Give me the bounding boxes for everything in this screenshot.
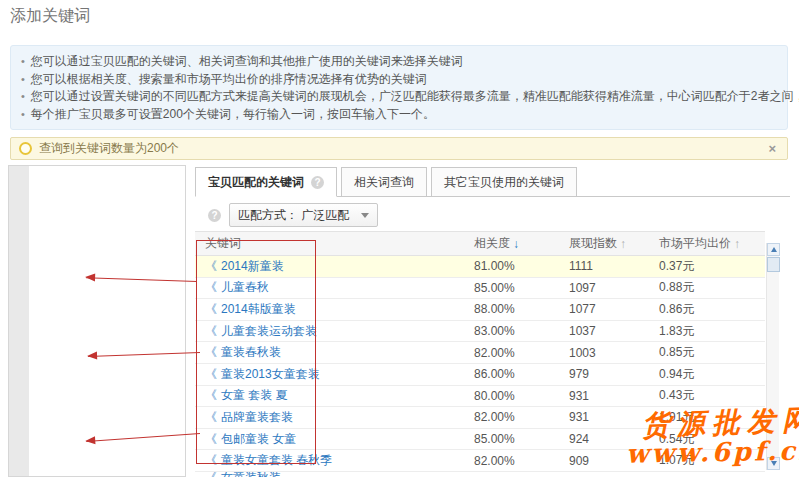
- price-value: 0.43元: [645, 387, 765, 404]
- keyword-link[interactable]: 《品牌童装套装: [205, 410, 293, 424]
- keyword-link[interactable]: 《女童装秋装: [205, 472, 281, 477]
- add-left-icon: 《: [205, 324, 216, 338]
- scroll-down-icon: [771, 461, 777, 466]
- add-left-icon: 《: [205, 302, 216, 316]
- close-icon[interactable]: ×: [765, 142, 779, 155]
- impression-value: 909: [555, 454, 645, 468]
- impression-value: 931: [555, 410, 645, 424]
- relevance-value: 81.00%: [460, 259, 555, 273]
- add-left-icon: 《: [205, 280, 216, 294]
- price-value: 0.54元: [645, 431, 765, 448]
- column-header-impression[interactable]: 展现指数↑: [555, 235, 645, 252]
- notice-bullet: •您可以通过宝贝匹配的关键词、相关词查询和其他推广使用的关键词来选择关键词: [21, 53, 775, 71]
- bullet-dot-icon: •: [21, 55, 25, 67]
- price-value: 1.07元: [645, 452, 765, 469]
- price-value: 0.86元: [645, 301, 765, 318]
- table-row: 《2014韩版童装 88.00% 1077 0.86元: [195, 299, 765, 321]
- notice-bullet: •每个推广宝贝最多可设置200个关键词，每行输入一词，按回车输入下一个。: [21, 106, 775, 124]
- tab-other-items-keywords[interactable]: 其它宝贝使用的关键词: [431, 167, 577, 196]
- scroll-up-icon: [771, 247, 777, 252]
- lightbulb-icon: [19, 142, 32, 155]
- relevance-value: 82.00%: [460, 410, 555, 424]
- help-icon[interactable]: ?: [311, 176, 324, 189]
- arrow-head-icon: [87, 352, 97, 360]
- arrow-head-icon: [85, 436, 96, 445]
- tab-matched-keywords[interactable]: 宝贝匹配的关键词 ?: [195, 167, 337, 197]
- keywords-panel: 宝贝匹配的关键词 ? 相关词查询 其它宝贝使用的关键词 ? 匹配方式： 广泛匹配…: [195, 166, 790, 477]
- table-row: 《童装春秋装 82.00% 1003 0.85元: [195, 342, 765, 364]
- scroll-up-button[interactable]: [767, 243, 780, 256]
- relevance-value: 82.00%: [460, 454, 555, 468]
- relevance-value: 86.00%: [460, 367, 555, 381]
- keyword-link[interactable]: 《包邮童装 女童: [205, 432, 296, 446]
- add-left-icon: 《: [205, 472, 216, 477]
- keyword-link[interactable]: 《2014韩版童装: [205, 302, 296, 316]
- price-value: 1.83元: [645, 323, 765, 340]
- notice-bullet: •您可以根据相关度、搜索量和市场平均出价的排序情况选择有优势的关键词: [21, 71, 775, 89]
- relevance-value: 85.00%: [460, 281, 555, 295]
- match-type-value: 匹配方式： 广泛匹配: [238, 207, 349, 224]
- impression-value: 931: [555, 389, 645, 403]
- keyword-input-textarea[interactable]: [8, 165, 186, 477]
- result-count-text: 查询到关键词数量为200个: [39, 140, 179, 157]
- table-row: 《2014新童装 81.00% 1111 0.37元: [195, 256, 765, 278]
- arrow-head-icon: [85, 273, 95, 281]
- keyword-link[interactable]: 《童装春秋装: [205, 345, 281, 359]
- textarea-gutter: [9, 166, 29, 476]
- relevance-value: 82.00%: [460, 346, 555, 360]
- keyword-link[interactable]: 《童装女童套装 春秋季: [205, 453, 332, 467]
- table-row: 《女童 套装 夏 80.00% 931 0.43元: [195, 386, 765, 408]
- price-value: 0.88元: [645, 279, 765, 296]
- impression-value: 1097: [555, 281, 645, 295]
- bullet-dot-icon: •: [21, 73, 25, 85]
- add-left-icon: 《: [205, 410, 216, 424]
- table-header: 关键词 相关度↓ 展现指数↑ 市场平均出价↑: [195, 231, 765, 256]
- price-value: 0.85元: [645, 344, 765, 361]
- add-left-icon: 《: [205, 345, 216, 359]
- impression-value: 979: [555, 367, 645, 381]
- keyword-link[interactable]: 《儿童春秋: [205, 280, 269, 294]
- column-header-price[interactable]: 市场平均出价↑: [645, 235, 765, 252]
- add-left-icon: 《: [205, 453, 216, 467]
- table-row: 《儿童春秋 85.00% 1097 0.88元: [195, 278, 765, 300]
- table-row: 《品牌童装套装 82.00% 931 1.91元: [195, 407, 765, 429]
- add-left-icon: 《: [205, 388, 216, 402]
- tab-bar: 宝贝匹配的关键词 ? 相关词查询 其它宝贝使用的关键词: [195, 166, 790, 197]
- relevance-value: 88.00%: [460, 302, 555, 316]
- table-scrollbar[interactable]: [766, 243, 779, 470]
- sort-desc-icon[interactable]: ↓: [513, 237, 519, 251]
- keyword-link[interactable]: 《女童 套装 夏: [205, 388, 288, 402]
- table-row: 《童装女童套装 春秋季 82.00% 909 1.07元: [195, 450, 765, 472]
- match-type-row: ? 匹配方式： 广泛匹配: [201, 203, 790, 227]
- tab-label: 宝贝匹配的关键词: [208, 174, 304, 191]
- chevron-down-icon: [361, 213, 369, 218]
- notice-bullet: •您可以通过设置关键词的不同匹配方式来提高关键词的展现机会，广泛匹配能获得最多流…: [21, 88, 775, 106]
- add-left-icon: 《: [205, 259, 216, 273]
- impression-value: 1003: [555, 346, 645, 360]
- bullet-dot-icon: •: [21, 108, 25, 120]
- table-row: 《儿童套装运动套装 83.00% 1037 1.83元: [195, 321, 765, 343]
- match-type-dropdown[interactable]: 匹配方式： 广泛匹配: [229, 203, 378, 227]
- relevance-value: 85.00%: [460, 432, 555, 446]
- page-title: 添加关键词: [10, 6, 90, 27]
- price-value: 0.94元: [645, 366, 765, 383]
- impression-value: 1077: [555, 302, 645, 316]
- table-row: 《包邮童装 女童 85.00% 924 0.54元: [195, 429, 765, 451]
- sort-asc-icon[interactable]: ↑: [620, 237, 626, 251]
- impression-value: 1037: [555, 324, 645, 338]
- price-value: 1.91元: [645, 409, 765, 426]
- scroll-down-button[interactable]: [767, 457, 780, 470]
- help-icon[interactable]: ?: [208, 209, 221, 222]
- keyword-link[interactable]: 《儿童套装运动套装: [205, 324, 317, 338]
- keyword-link[interactable]: 《童装2013女童套装: [205, 367, 320, 381]
- table-row: 《童装2013女童套装 86.00% 979 0.94元: [195, 364, 765, 386]
- result-count-tipbar: 查询到关键词数量为200个 ×: [10, 137, 788, 160]
- table-row-partial: 《女童装秋装: [195, 472, 765, 477]
- sort-asc-icon[interactable]: ↑: [734, 237, 740, 251]
- tab-related-word-query[interactable]: 相关词查询: [341, 167, 427, 196]
- scrollbar-thumb[interactable]: [767, 257, 780, 272]
- keyword-link[interactable]: 《2014新童装: [205, 259, 284, 273]
- impression-value: 1111: [555, 259, 645, 273]
- add-left-icon: 《: [205, 367, 216, 381]
- column-header-relevance[interactable]: 相关度↓: [460, 235, 555, 252]
